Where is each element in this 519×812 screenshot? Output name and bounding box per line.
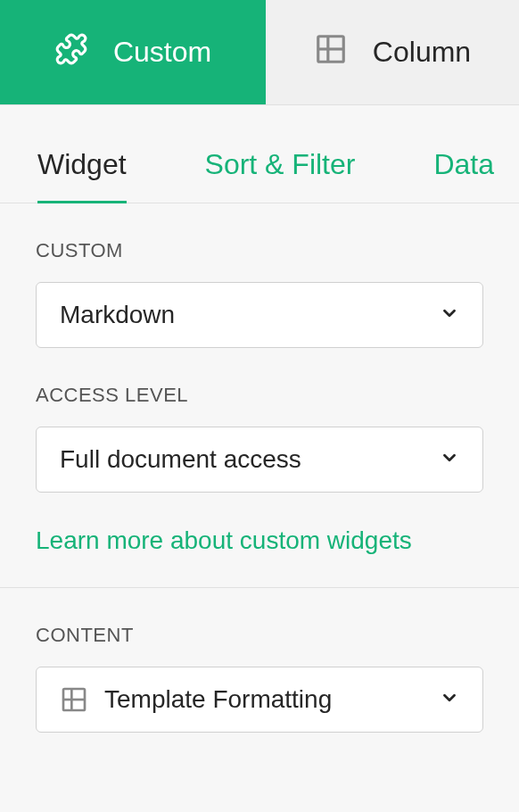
sub-tab-widget[interactable]: Widget xyxy=(37,148,127,203)
top-tab-column[interactable]: Column xyxy=(266,0,519,104)
content-select[interactable]: Template Formatting xyxy=(36,667,483,733)
custom-section-label: Custom xyxy=(36,239,483,262)
access-level-section-label: Access Level xyxy=(36,384,483,407)
chevron-down-icon xyxy=(440,301,459,329)
access-level-select-value: Full document access xyxy=(60,445,301,474)
chevron-down-icon xyxy=(440,445,459,474)
chevron-down-icon xyxy=(440,685,459,714)
access-level-select[interactable]: Full document access xyxy=(36,427,483,493)
custom-select[interactable]: Markdown xyxy=(36,282,483,348)
table-icon xyxy=(314,32,348,73)
learn-more-link[interactable]: Learn more about custom widgets xyxy=(0,493,519,587)
puzzle-icon xyxy=(54,32,88,73)
custom-select-value: Markdown xyxy=(60,301,175,329)
table-icon xyxy=(60,685,88,714)
top-tab-custom-label: Custom xyxy=(113,36,211,69)
sub-tab-sort-filter[interactable]: Sort & Filter xyxy=(205,148,356,203)
content-section-label: Content xyxy=(36,624,483,647)
top-tab-custom[interactable]: Custom xyxy=(0,0,266,104)
top-tab-column-label: Column xyxy=(373,36,471,69)
content-select-value: Template Formatting xyxy=(104,685,332,714)
sub-tab-data[interactable]: Data xyxy=(433,148,494,203)
